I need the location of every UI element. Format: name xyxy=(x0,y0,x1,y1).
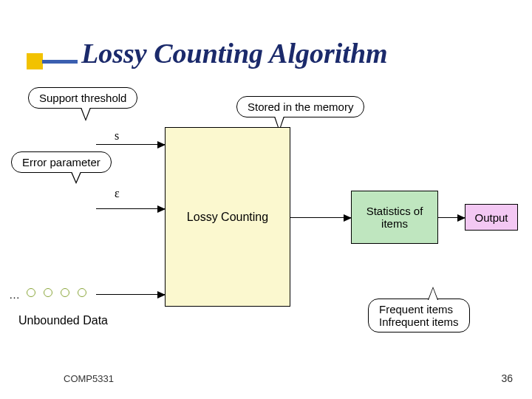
arrow-s-input xyxy=(96,144,165,145)
callout-label: Support threshold xyxy=(39,92,126,104)
callout-line2: Infrequent items xyxy=(379,316,459,328)
ellipsis-label: … xyxy=(9,288,20,301)
callout-frequent-items: Frequent items Infrequent items xyxy=(368,299,470,332)
box-statistics: Statistics of items xyxy=(351,191,438,244)
box-output: Output xyxy=(465,204,518,231)
callout-error-parameter: Error parameter xyxy=(11,151,112,173)
box-label: Lossy Counting xyxy=(187,211,268,224)
slide-title: Lossy Counting Algorithm xyxy=(81,37,388,69)
box-label: Output xyxy=(474,211,508,224)
accent-square xyxy=(27,53,43,69)
param-s-label: s xyxy=(115,129,119,143)
param-epsilon-label: ε xyxy=(115,187,120,200)
callout-stored-in-memory: Stored in the memory xyxy=(236,96,364,117)
footer-course-code: COMP5331 xyxy=(64,373,114,384)
arrow-to-stats xyxy=(290,217,351,218)
footer-page-number: 36 xyxy=(501,372,513,384)
unbounded-data-label: Unbounded Data xyxy=(18,314,108,327)
box-label-line2: items xyxy=(366,217,423,230)
callout-label: Stored in the memory xyxy=(248,100,353,113)
box-label-line1: Statistics of xyxy=(366,205,423,217)
box-lossy-counting: Lossy Counting xyxy=(165,127,290,307)
arrow-to-output xyxy=(438,217,465,218)
arrow-eps-input xyxy=(96,208,165,209)
callout-support-threshold: Support threshold xyxy=(28,87,137,109)
callout-line1: Frequent items xyxy=(379,303,459,316)
callout-label: Error parameter xyxy=(22,156,100,168)
arrow-data-input xyxy=(96,294,165,295)
accent-bar xyxy=(42,60,78,64)
accent-bars xyxy=(27,53,78,69)
data-stream-icon xyxy=(27,288,86,297)
